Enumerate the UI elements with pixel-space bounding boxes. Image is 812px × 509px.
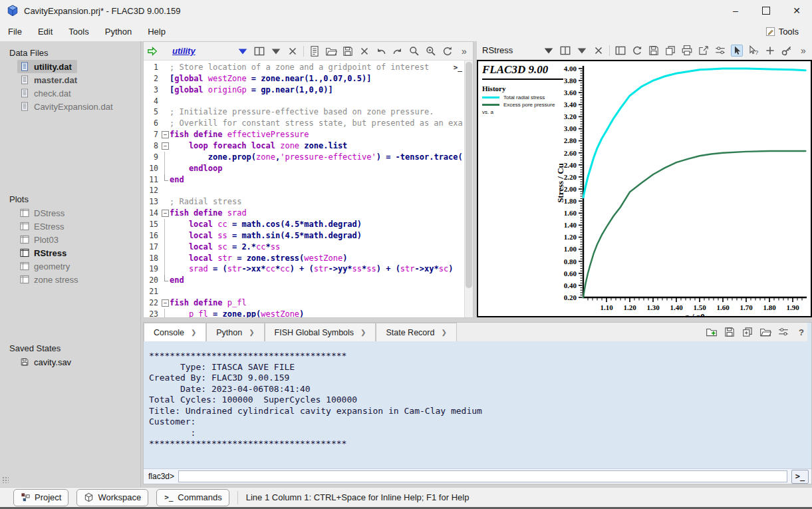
find-replace-icon[interactable] <box>425 45 437 57</box>
legend-footer: vs. a <box>482 109 563 115</box>
undo-icon[interactable] <box>375 45 387 57</box>
svg-text:2.80: 2.80 <box>564 136 577 144</box>
sidebar-item-cavity-sav[interactable]: cavity.sav <box>17 355 76 369</box>
close-view-icon[interactable] <box>593 45 605 57</box>
fold-marker-icon[interactable]: − <box>161 208 170 219</box>
save-plot-icon[interactable] <box>648 45 660 57</box>
line-number: 22 <box>144 297 161 309</box>
sidebar-section-plots: PlotsDStressEStressPlot03RStressgeometry… <box>0 193 140 286</box>
link-tool-icon[interactable] <box>781 45 793 57</box>
sidebar-item-master-dat[interactable]: master.dat <box>17 73 82 86</box>
menu-file[interactable]: File <box>0 24 30 39</box>
close-button[interactable]: ✕ <box>781 0 812 21</box>
menu-python[interactable]: Python <box>97 24 140 39</box>
console-settings-icon[interactable] <box>777 326 789 338</box>
fold-marker-icon[interactable]: − <box>161 129 170 140</box>
code-line-2: 2[global westZone = zone.near(1.,0.07,0.… <box>144 73 465 85</box>
new-file-icon[interactable] <box>309 45 321 57</box>
tab-console[interactable]: Console❯ <box>144 323 206 341</box>
editor-console-icon[interactable]: >_ <box>454 63 462 72</box>
maximize-button[interactable] <box>751 0 781 21</box>
open-console-icon[interactable] <box>759 326 771 338</box>
sidebar-item-estress[interactable]: EStress <box>17 220 70 233</box>
overflow-icon[interactable]: » <box>458 45 470 57</box>
save-console-icon[interactable] <box>724 326 736 338</box>
panel-toggle-icon[interactable] <box>614 45 626 57</box>
minimize-button[interactable]: – <box>720 0 751 21</box>
resize-grip[interactable] <box>2 476 9 483</box>
save-file-icon[interactable] <box>342 45 354 57</box>
close-view-icon[interactable] <box>287 45 299 57</box>
sidebar-item-geometry[interactable]: geometry <box>17 259 75 273</box>
sidebar-item-zone-stress[interactable]: zone stress <box>17 273 83 286</box>
sidebar-item-cavityexpansion-dat[interactable]: CavityExpansion.dat <box>17 100 118 113</box>
console-expand-button[interactable]: >_ <box>791 470 809 484</box>
add-item-icon[interactable] <box>764 45 776 57</box>
code-line-12: 12 <box>144 185 465 196</box>
editor-tab-utility[interactable]: utility <box>172 46 232 56</box>
split-view-icon[interactable] <box>253 45 265 57</box>
svg-text:3.00: 3.00 <box>564 124 577 132</box>
print-plot-icon[interactable] <box>681 45 693 57</box>
console-input[interactable] <box>178 470 787 482</box>
plot-view[interactable]: 0.200.400.600.801.001.201.401.601.802.00… <box>477 60 812 317</box>
sidebar-item-plot03[interactable]: Plot03 <box>17 233 64 246</box>
code-line-16: 16 local ss = math.sin(4.5*math.degrad) <box>144 230 465 242</box>
sidebar-item-utility-dat[interactable]: utility.dat <box>17 60 77 73</box>
open-file-icon[interactable] <box>325 45 337 57</box>
sidebar-item-dstress[interactable]: DStress <box>17 206 70 220</box>
split-options-icon[interactable] <box>270 45 282 57</box>
refresh-plot-icon[interactable] <box>631 45 643 57</box>
tools-button[interactable]: Tools <box>761 25 803 39</box>
fold-marker-icon[interactable]: − <box>161 140 170 152</box>
code-line-6: 6; Overkill for constant stress state, b… <box>144 118 465 129</box>
editor-scrollbar[interactable] <box>464 61 473 317</box>
close-file-icon[interactable] <box>358 45 370 57</box>
project-button[interactable]: Project <box>13 489 68 506</box>
fold-gutter <box>161 118 170 129</box>
menu-help[interactable]: Help <box>140 24 174 39</box>
overflow-icon[interactable]: » <box>797 45 809 57</box>
fold-gutter <box>161 263 170 275</box>
code-text: end <box>170 174 184 186</box>
editor-pane: utility » 1; Store location of a zone an… <box>143 41 474 318</box>
sidebar-item-rstress[interactable]: RStress <box>17 246 72 259</box>
copy-console-icon[interactable] <box>742 326 753 338</box>
select-tool-icon[interactable] <box>731 45 743 57</box>
chevron-right-icon: ❯ <box>191 329 196 336</box>
line-number: 6 <box>144 118 161 129</box>
svg-text:a / a0: a / a0 <box>685 311 705 316</box>
fold-gutter <box>161 275 170 286</box>
svg-text:3.40: 3.40 <box>564 100 577 108</box>
svg-text:1.80: 1.80 <box>564 197 577 205</box>
new-console-icon[interactable] <box>706 326 718 338</box>
tab-python[interactable]: Python❯ <box>206 323 264 341</box>
plot-settings-icon[interactable] <box>714 45 726 57</box>
sidebar-item-check-dat[interactable]: check.dat <box>17 86 76 100</box>
code-text: fish define p_fl <box>170 297 247 309</box>
reload-icon[interactable] <box>442 45 454 57</box>
copy-plot-icon[interactable] <box>664 45 676 57</box>
fold-gutter <box>161 309 170 317</box>
tab-fish-global-symbols[interactable]: FISH Global Symbols❯ <box>265 323 376 341</box>
workspace-button[interactable]: Workspace <box>76 489 148 506</box>
plot-tab-rstress[interactable]: RStress <box>479 45 538 55</box>
commands-button[interactable]: >_Commands <box>156 489 229 506</box>
code-editor[interactable]: 1; Store location of a zone and a gridpo… <box>144 61 465 317</box>
split-options-icon[interactable] <box>576 45 588 57</box>
redo-icon[interactable] <box>392 45 404 57</box>
export-plot-icon[interactable] <box>698 45 710 57</box>
plot-options-icon[interactable] <box>543 45 555 57</box>
find-icon[interactable] <box>408 45 420 57</box>
split-view-icon[interactable] <box>559 45 571 57</box>
menu-tools[interactable]: Tools <box>61 24 96 39</box>
scrollbar-thumb[interactable] <box>466 62 472 288</box>
query-tool-icon[interactable]: ? <box>747 45 759 57</box>
tab-options-icon[interactable] <box>237 45 249 57</box>
fold-marker-icon[interactable]: − <box>161 297 170 309</box>
console-tabs: Console❯Python❯FISH Global Symbols❯State… <box>144 323 712 342</box>
run-icon[interactable] <box>146 45 158 57</box>
menu-edit[interactable]: Edit <box>30 24 61 39</box>
help-icon[interactable]: ? <box>795 326 807 338</box>
tab-state-record[interactable]: State Record❯ <box>376 323 456 341</box>
